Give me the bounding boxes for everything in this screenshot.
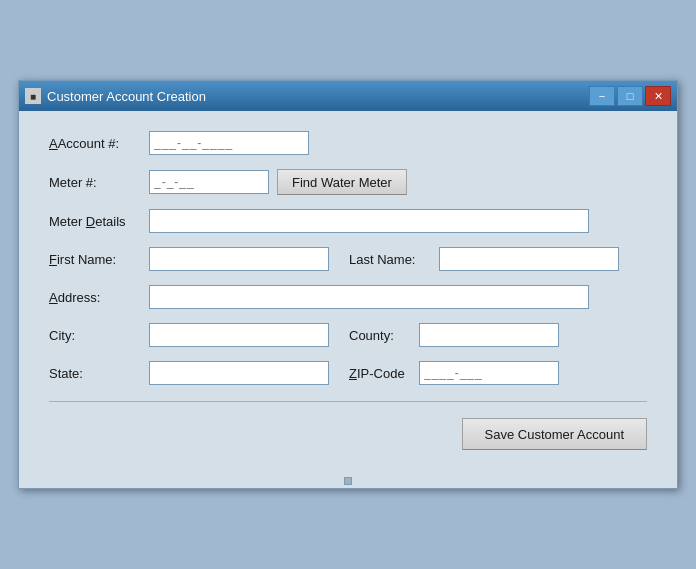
main-window: ■ Customer Account Creation − □ ✕ AAccou… (18, 80, 678, 489)
name-row: First Name: Last Name: (49, 247, 647, 271)
last-name-input[interactable] (439, 247, 619, 271)
city-county-row: City: County: (49, 323, 647, 347)
meter-label: Meter #: (49, 175, 149, 190)
zip-label: ZIP-Code (349, 366, 419, 381)
meter-details-row: Meter Details (49, 209, 647, 233)
meter-row: Meter #: Find Water Meter (49, 169, 647, 195)
footer-row: Save Customer Account (49, 418, 647, 454)
window-title: Customer Account Creation (47, 89, 589, 104)
meter-details-label: Meter Details (49, 214, 149, 229)
account-label: AAccount #: (49, 136, 149, 151)
minimize-button[interactable]: − (589, 86, 615, 106)
resize-dot (344, 477, 352, 485)
address-label: Address: (49, 290, 149, 305)
state-zip-row: State: ZIP-Code (49, 361, 647, 385)
title-bar-buttons: − □ ✕ (589, 86, 671, 106)
address-row: Address: (49, 285, 647, 309)
meter-details-input[interactable] (149, 209, 589, 233)
window-icon: ■ (25, 88, 41, 104)
meter-input[interactable] (149, 170, 269, 194)
state-input[interactable] (149, 361, 329, 385)
save-customer-account-button[interactable]: Save Customer Account (462, 418, 647, 450)
resize-handle[interactable] (19, 474, 677, 488)
city-label: City: (49, 328, 149, 343)
city-input[interactable] (149, 323, 329, 347)
state-label: State: (49, 366, 149, 381)
form-divider (49, 401, 647, 402)
account-input[interactable] (149, 131, 309, 155)
title-bar: ■ Customer Account Creation − □ ✕ (19, 81, 677, 111)
maximize-button[interactable]: □ (617, 86, 643, 106)
find-water-meter-button[interactable]: Find Water Meter (277, 169, 407, 195)
zip-input[interactable] (419, 361, 559, 385)
county-input[interactable] (419, 323, 559, 347)
window-body: AAccount #: Meter #: Find Water Meter Me… (19, 111, 677, 474)
first-name-label: First Name: (49, 252, 149, 267)
first-name-input[interactable] (149, 247, 329, 271)
last-name-label: Last Name: (349, 252, 439, 267)
address-input[interactable] (149, 285, 589, 309)
account-row: AAccount #: (49, 131, 647, 155)
close-button[interactable]: ✕ (645, 86, 671, 106)
county-label: County: (349, 328, 419, 343)
